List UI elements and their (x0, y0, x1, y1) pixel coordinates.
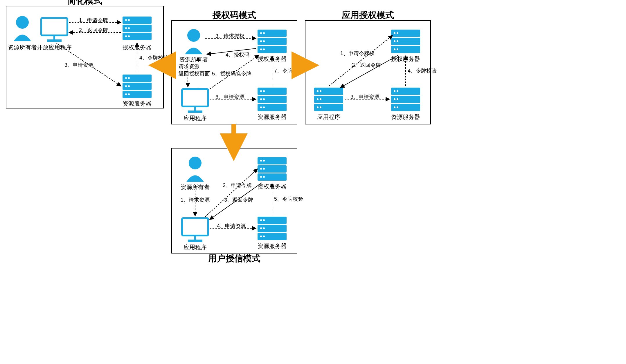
person-icon (186, 157, 204, 182)
svg-point-20 (125, 93, 127, 95)
svg-point-47 (263, 106, 265, 108)
label-resource-owner: 资源所有者 (181, 183, 210, 191)
svg-point-98 (263, 176, 265, 178)
server-icon (123, 17, 152, 40)
flow-u1: 1、请求资源 (181, 196, 210, 203)
svg-point-77 (397, 90, 398, 92)
label-app: 应用程序 (182, 243, 208, 251)
svg-point-59 (397, 32, 398, 34)
svg-point-104 (260, 227, 262, 229)
svg-point-21 (128, 93, 130, 95)
svg-point-18 (125, 85, 127, 87)
flow-u4: 4、申请资源 (217, 222, 246, 229)
svg-rect-101 (258, 233, 287, 240)
svg-point-10 (128, 27, 130, 29)
svg-point-43 (263, 90, 265, 92)
server-icon (258, 157, 287, 181)
svg-point-62 (394, 48, 395, 50)
flow-a2: 2、返回授权页面 (170, 70, 210, 77)
svg-rect-91 (258, 165, 287, 173)
svg-rect-27 (182, 89, 208, 106)
svg-point-76 (394, 90, 395, 92)
monitor-icon (182, 89, 208, 112)
server-icon (258, 217, 287, 240)
svg-point-107 (263, 236, 265, 237)
svg-point-81 (397, 106, 398, 108)
server-icon (314, 88, 343, 111)
panel-appauth: 应用授权模式 (305, 20, 431, 124)
label-res-server: 资源服务器 (391, 113, 420, 121)
svg-point-35 (260, 40, 262, 42)
svg-point-69 (317, 98, 319, 100)
svg-point-61 (397, 40, 398, 42)
svg-rect-55 (391, 30, 420, 37)
label-auth-server: 授权服务器 (258, 55, 287, 63)
svg-point-11 (125, 35, 127, 37)
person-icon (14, 16, 31, 41)
label-resource-owner: 资源所有者 (8, 44, 37, 51)
svg-rect-14 (123, 83, 152, 90)
monitor-icon (41, 18, 67, 41)
flow-a3: 3、请求授权 (215, 32, 244, 39)
svg-rect-66 (314, 104, 343, 111)
svg-point-68 (320, 90, 321, 92)
flow-a7: 7、令牌校验 (274, 67, 303, 74)
svg-point-71 (317, 106, 319, 108)
flow-s3: 3、申请资源 (64, 61, 93, 68)
svg-rect-30 (258, 30, 287, 37)
svg-rect-56 (391, 38, 420, 45)
svg-point-70 (320, 98, 321, 100)
svg-point-0 (16, 16, 29, 29)
server-icon (123, 75, 152, 98)
svg-point-93 (260, 160, 262, 162)
svg-point-37 (260, 48, 262, 50)
svg-point-103 (263, 219, 265, 221)
svg-rect-1 (41, 18, 67, 35)
svg-point-78 (394, 98, 395, 100)
flow-a5: 5、授权码换令牌 (212, 70, 251, 77)
panel-simplified: 简化模式 (6, 6, 164, 108)
server-icon (391, 88, 420, 111)
svg-rect-32 (258, 46, 287, 53)
svg-point-63 (397, 48, 398, 50)
svg-point-60 (394, 40, 395, 42)
svg-point-95 (260, 168, 262, 170)
svg-point-19 (128, 85, 130, 87)
svg-point-45 (263, 98, 265, 100)
svg-point-36 (263, 40, 265, 42)
flow-s1: 1、申请令牌 (79, 17, 108, 24)
svg-rect-15 (123, 91, 152, 98)
svg-rect-74 (391, 96, 420, 103)
flow-a4: 4、授权码 (226, 51, 249, 58)
svg-point-12 (128, 35, 130, 37)
svg-point-96 (263, 168, 265, 170)
svg-point-8 (128, 19, 130, 21)
svg-rect-6 (123, 33, 152, 40)
svg-rect-57 (391, 46, 420, 53)
svg-point-105 (263, 227, 265, 229)
label-auth-server: 授权服务器 (391, 55, 420, 63)
svg-rect-4 (123, 17, 152, 24)
svg-rect-40 (258, 96, 287, 103)
svg-point-46 (260, 106, 262, 108)
svg-rect-75 (391, 104, 420, 111)
svg-rect-92 (258, 173, 287, 181)
server-icon (391, 30, 420, 53)
panel-title-appauth: 应用授权模式 (305, 9, 430, 21)
monitor-icon (182, 218, 208, 241)
svg-rect-100 (258, 225, 287, 232)
label-app: 应用程序 (316, 113, 342, 121)
svg-rect-13 (123, 75, 152, 82)
svg-point-102 (260, 219, 262, 221)
svg-point-58 (394, 32, 395, 34)
panel-title-authcode: 授权码模式 (172, 9, 297, 21)
diagram-canvas: 简化模式 (6, 6, 620, 358)
panel-authcode: 授权码模式 (171, 20, 297, 124)
server-icon (258, 88, 287, 111)
svg-rect-64 (314, 88, 343, 95)
svg-point-7 (125, 19, 127, 21)
svg-point-86 (189, 157, 202, 169)
svg-rect-39 (258, 88, 287, 95)
flow-p1: 1、申请令牌权 (340, 50, 375, 57)
server-icon (258, 30, 287, 53)
